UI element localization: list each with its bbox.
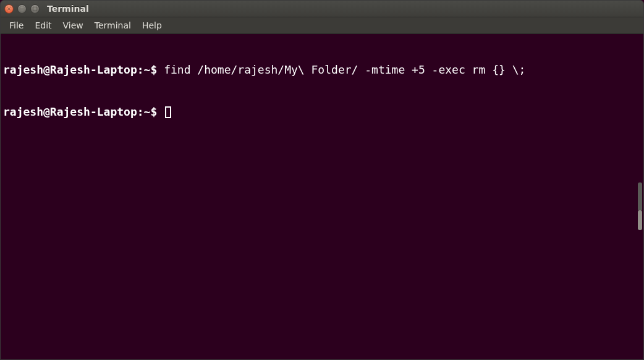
close-button[interactable]: × bbox=[4, 4, 14, 14]
prompt-userhost: rajesh@Rajesh-Laptop bbox=[3, 63, 137, 76]
menu-file[interactable]: File bbox=[4, 19, 28, 32]
maximize-icon: ▢ bbox=[32, 6, 38, 12]
minimize-button[interactable]: − bbox=[17, 4, 27, 14]
titlebar: × − ▢ Terminal bbox=[1, 1, 643, 17]
menu-terminal[interactable]: Terminal bbox=[90, 19, 136, 32]
prompt-path: ~ bbox=[144, 105, 151, 118]
window-title: Terminal bbox=[47, 4, 89, 14]
minimize-icon: − bbox=[20, 6, 25, 12]
menu-edit[interactable]: Edit bbox=[30, 19, 56, 32]
prompt-path: ~ bbox=[144, 63, 151, 76]
scrollbar[interactable] bbox=[638, 182, 642, 211]
prompt-sep: : bbox=[137, 105, 144, 118]
prompt-sep: : bbox=[137, 63, 144, 76]
terminal-body[interactable]: rajesh@Rajesh-Laptop:~$ find /home/rajes… bbox=[1, 34, 643, 359]
menubar: File Edit View Terminal Help bbox=[1, 17, 643, 34]
terminal-window: × − ▢ Terminal File Edit View Terminal H… bbox=[0, 0, 644, 360]
scrollbar-thumb[interactable] bbox=[638, 210, 642, 230]
menu-help[interactable]: Help bbox=[137, 19, 167, 32]
maximize-button[interactable]: ▢ bbox=[30, 4, 40, 14]
command-text: find /home/rajesh/My\ Folder/ -mtime +5 … bbox=[164, 63, 525, 76]
prompt-userhost: rajesh@Rajesh-Laptop bbox=[3, 105, 137, 118]
prompt-dollar: $ bbox=[150, 63, 157, 76]
terminal-line: rajesh@Rajesh-Laptop:~$ find /home/rajes… bbox=[3, 63, 641, 77]
window-controls: × − ▢ bbox=[4, 4, 40, 14]
cursor-icon bbox=[165, 106, 171, 118]
close-icon: × bbox=[7, 6, 12, 12]
prompt-dollar: $ bbox=[150, 105, 157, 118]
menu-view[interactable]: View bbox=[58, 19, 88, 32]
terminal-line: rajesh@Rajesh-Laptop:~$ bbox=[3, 105, 641, 119]
